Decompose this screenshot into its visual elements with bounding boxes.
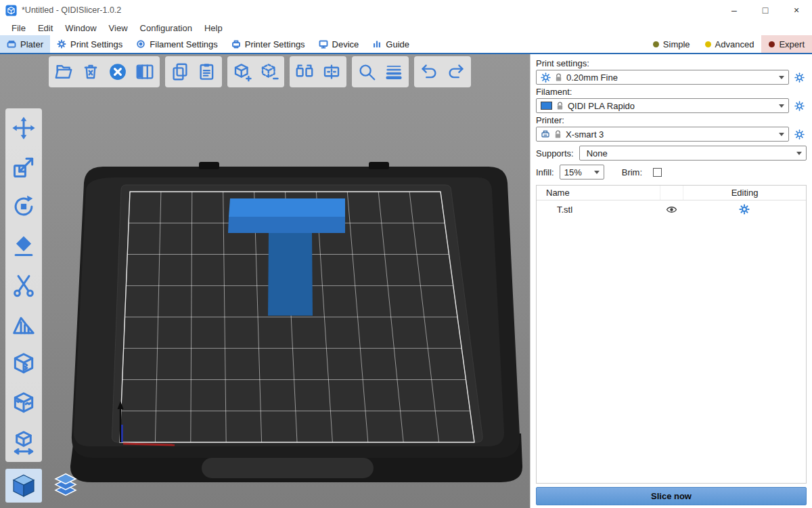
rotate-tool-button[interactable]	[8, 191, 39, 222]
advanced-dot-icon	[705, 41, 711, 47]
tabbar: Plater Print Settings Filament Settings …	[0, 35, 812, 54]
undo-button[interactable]	[416, 58, 442, 85]
support-painting-tool-button[interactable]	[8, 309, 39, 340]
tab-plater[interactable]: Plater	[0, 35, 50, 53]
seam-painting-icon	[11, 351, 37, 377]
open-folder-icon	[53, 62, 74, 82]
simple-dot-icon	[653, 41, 659, 47]
tab-guide[interactable]: Guide	[365, 35, 416, 53]
mode-label: Expert	[779, 39, 805, 49]
print-settings-icon	[57, 39, 66, 49]
menu-configuration[interactable]: Configuration	[134, 23, 198, 33]
tab-label: Print Settings	[70, 39, 122, 49]
chevron-down-icon	[779, 104, 784, 108]
mode-simple[interactable]: Simple	[646, 35, 698, 53]
close-button[interactable]: ×	[781, 0, 812, 20]
menu-window[interactable]: Window	[59, 23, 102, 33]
tab-device[interactable]: Device	[312, 35, 366, 53]
split-objects-icon	[294, 62, 315, 82]
menu-view[interactable]: View	[103, 23, 134, 33]
scale-tool-button[interactable]	[8, 152, 39, 183]
toolbar-group-history	[414, 56, 471, 87]
filament-gear-button[interactable]	[792, 101, 807, 111]
filament-combo[interactable]: QIDI PLA Rapido	[536, 98, 789, 113]
chevron-down-icon	[779, 133, 784, 136]
measure-tool-button[interactable]	[8, 427, 39, 458]
mode-expert[interactable]: Expert	[761, 35, 812, 53]
add-instance-button[interactable]	[229, 58, 255, 85]
brim-checkbox[interactable]	[653, 168, 662, 177]
column-header-editing[interactable]: Editing	[683, 186, 806, 200]
supports-value: None	[584, 148, 608, 158]
maximize-button[interactable]: □	[750, 0, 781, 20]
paste-icon	[197, 62, 217, 82]
bed-clip-right	[369, 162, 389, 169]
tab-filament-settings[interactable]: Filament Settings	[129, 35, 224, 53]
preview-button[interactable]	[47, 469, 84, 503]
search-button[interactable]	[354, 58, 380, 85]
titlebar: *Untitled - QIDISlicer-1.0.2 – □ ×	[0, 0, 812, 20]
infill-combo[interactable]: 15%	[560, 165, 604, 179]
fuzzy-skin-icon	[11, 390, 37, 416]
redo-button[interactable]	[443, 58, 469, 85]
cut-tool-button[interactable]	[8, 270, 39, 301]
object-edit-button[interactable]	[683, 200, 806, 218]
fuzzy-skin-tool-button[interactable]	[8, 387, 39, 419]
device-icon	[319, 39, 328, 49]
left-toolbar	[5, 108, 42, 462]
gear-icon	[794, 129, 805, 140]
chevron-down-icon	[796, 152, 802, 155]
filament-color-swatch	[541, 102, 552, 110]
delete-all-button[interactable]	[105, 58, 131, 85]
delete-button[interactable]	[78, 58, 104, 85]
supports-combo[interactable]: None	[579, 146, 807, 161]
viewport[interactable]	[0, 54, 530, 508]
minimize-button[interactable]: –	[719, 0, 750, 20]
bed-handle	[202, 458, 374, 478]
tab-printer-settings[interactable]: Printer Settings	[225, 35, 312, 53]
split-parts-button[interactable]	[319, 58, 344, 85]
mode-advanced[interactable]: Advanced	[698, 35, 762, 53]
column-header-name[interactable]: Name	[537, 188, 660, 198]
split-objects-button[interactable]	[292, 58, 317, 85]
menu-file[interactable]: File	[5, 23, 32, 33]
menu-edit[interactable]: Edit	[32, 23, 59, 33]
printer-icon	[541, 129, 550, 139]
arrange-button[interactable]	[132, 58, 158, 85]
paste-button[interactable]	[194, 58, 220, 85]
toolbar-group-instances	[227, 56, 284, 87]
tab-print-settings[interactable]: Print Settings	[50, 35, 129, 53]
layer-height-icon	[384, 62, 404, 82]
print-settings-combo[interactable]: 0.20mm Fine	[536, 70, 789, 85]
remove-instance-button[interactable]	[256, 58, 282, 85]
3d-editor-view-button[interactable]	[5, 469, 42, 503]
redo-icon	[446, 62, 466, 82]
tab-label: Device	[332, 39, 359, 49]
place-on-face-tool-button[interactable]	[8, 230, 39, 261]
copy-button[interactable]	[167, 58, 193, 85]
open-project-button[interactable]	[51, 58, 76, 85]
printer-combo[interactable]: X-smart 3	[536, 127, 789, 142]
gear-icon	[794, 72, 805, 83]
top-toolbar	[49, 56, 471, 87]
undo-icon	[419, 62, 439, 82]
view-buttons	[5, 469, 84, 503]
slice-now-button[interactable]: Slice now	[536, 487, 807, 505]
move-tool-button[interactable]	[8, 112, 39, 144]
print-settings-gear-button[interactable]	[792, 72, 807, 83]
printer-gear-button[interactable]	[792, 129, 807, 140]
visibility-toggle[interactable]	[660, 200, 683, 218]
column-header-visibility[interactable]	[660, 186, 683, 200]
support-painting-icon	[11, 312, 37, 337]
variable-layer-height-button[interactable]	[381, 58, 407, 85]
right-panel: Print settings: 0.20mm Fine Filament: QI…	[530, 54, 812, 508]
toolbar-group-clipboard	[165, 56, 222, 87]
object-row-tstl[interactable]: T.stl	[537, 200, 806, 218]
seam-painting-tool-button[interactable]	[8, 348, 39, 379]
menu-help[interactable]: Help	[198, 23, 229, 33]
3d-scene[interactable]	[0, 54, 530, 508]
toolbar-group-view	[352, 56, 409, 87]
printer-settings-icon	[231, 39, 241, 49]
guide-icon	[372, 39, 382, 49]
app-window: *Untitled - QIDISlicer-1.0.2 – □ × File …	[0, 0, 812, 508]
